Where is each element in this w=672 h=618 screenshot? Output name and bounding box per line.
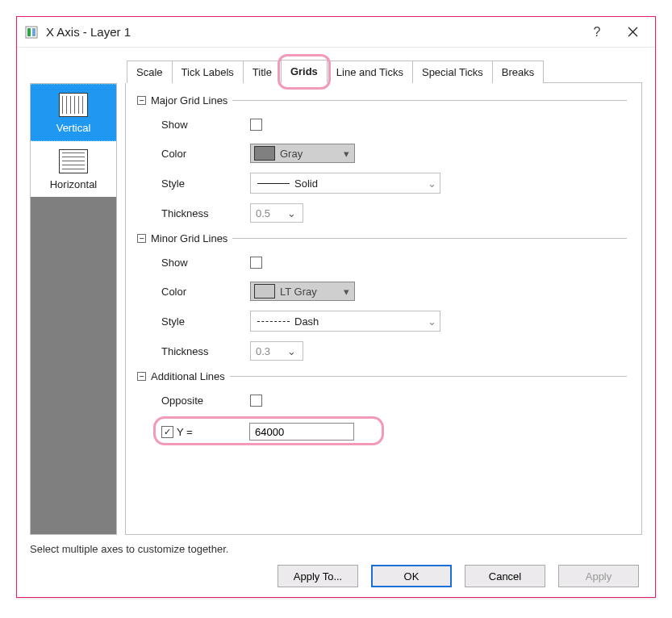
thickness-label: Thickness: [161, 345, 250, 357]
color-swatch: [254, 146, 275, 161]
group-title: Minor Grid Lines: [151, 232, 232, 244]
chevron-down-icon: ⌄: [424, 177, 440, 190]
sidebar-item-label: Horizontal: [50, 178, 98, 190]
tab-scale[interactable]: Scale: [127, 61, 173, 83]
thickness-label: Thickness: [161, 207, 250, 219]
y-equals-label: Y =: [177, 426, 249, 438]
horizontal-grid-icon: [59, 149, 88, 173]
group-minor-grid-lines: − Minor Grid Lines Show Color LT Gray: [137, 232, 627, 361]
minor-style-dropdown[interactable]: Dash ⌄: [250, 311, 440, 332]
minor-show-checkbox[interactable]: [250, 257, 262, 269]
group-title: Major Grid Lines: [151, 94, 232, 106]
close-button[interactable]: [615, 20, 650, 44]
color-name: Gray: [278, 148, 338, 160]
hint-text: Select multiple axes to customize togeth…: [30, 543, 642, 555]
y-equals-checkbox[interactable]: [161, 426, 173, 438]
collapse-toggle[interactable]: −: [137, 96, 146, 105]
help-button[interactable]: ?: [579, 20, 615, 44]
tab-tick-labels[interactable]: Tick Labels: [172, 61, 244, 83]
minor-color-dropdown[interactable]: LT Gray ▾: [250, 282, 355, 301]
tab-title[interactable]: Title: [243, 61, 282, 83]
dialog-button-row: Apply To... OK Cancel Apply: [30, 565, 642, 587]
color-label: Color: [161, 286, 250, 298]
tab-special-ticks[interactable]: Special Ticks: [412, 61, 493, 83]
chevron-down-icon: ▾: [338, 286, 354, 298]
opposite-label: Opposite: [161, 395, 250, 407]
app-icon: [25, 26, 38, 39]
vertical-grid-icon: [59, 93, 88, 117]
cancel-button[interactable]: Cancel: [465, 565, 545, 587]
tab-content: − Major Grid Lines Show Color Gray ▾: [125, 83, 642, 535]
thickness-value: 0.5: [256, 207, 283, 219]
chevron-down-icon: ⌄: [283, 345, 299, 357]
major-color-dropdown[interactable]: Gray ▾: [250, 144, 355, 163]
tab-line-and-ticks[interactable]: Line and Ticks: [327, 61, 413, 83]
style-name: Solid: [294, 177, 424, 190]
sidebar-item-horizontal[interactable]: Horizontal: [31, 141, 116, 197]
apply-button[interactable]: Apply: [558, 565, 639, 587]
dialog-window: X Axis - Layer 1 ? Scale Tick Labels Tit…: [16, 16, 656, 598]
chevron-down-icon: ⌄: [283, 207, 299, 219]
ok-button[interactable]: OK: [371, 565, 452, 587]
window-title: X Axis - Layer 1: [46, 25, 131, 39]
axis-sidebar: Vertical Horizontal: [30, 83, 117, 535]
style-name: Dash: [294, 315, 424, 328]
opposite-checkbox[interactable]: [250, 395, 262, 407]
svg-rect-1: [27, 28, 31, 36]
major-thickness-dropdown[interactable]: 0.5 ⌄: [250, 203, 303, 223]
line-style-preview: [257, 183, 290, 184]
tab-breaks[interactable]: Breaks: [492, 61, 544, 83]
apply-to-button[interactable]: Apply To...: [278, 565, 358, 587]
collapse-toggle[interactable]: −: [137, 372, 146, 381]
color-name: LT Gray: [278, 286, 338, 298]
major-style-dropdown[interactable]: Solid ⌄: [250, 173, 440, 194]
titlebar: X Axis - Layer 1 ?: [17, 17, 655, 48]
line-style-preview: [257, 321, 290, 322]
group-major-grid-lines: − Major Grid Lines Show Color Gray ▾: [137, 94, 627, 223]
group-additional-lines: − Additional Lines Opposite Y =: [137, 370, 627, 444]
color-label: Color: [161, 148, 250, 160]
tab-strip: Scale Tick Labels Title Grids Line and T…: [127, 59, 642, 83]
color-swatch: [254, 284, 275, 299]
group-title: Additional Lines: [151, 370, 230, 382]
thickness-value: 0.3: [256, 345, 283, 357]
collapse-toggle[interactable]: −: [137, 234, 146, 243]
show-label: Show: [161, 257, 250, 269]
tab-grids[interactable]: Grids: [281, 60, 328, 83]
style-label: Style: [161, 315, 250, 328]
style-label: Style: [161, 177, 250, 190]
major-show-checkbox[interactable]: [250, 119, 262, 131]
show-label: Show: [161, 119, 250, 131]
minor-thickness-dropdown[interactable]: 0.3 ⌄: [250, 341, 303, 361]
chevron-down-icon: ▾: [338, 148, 354, 160]
sidebar-item-vertical[interactable]: Vertical: [31, 84, 116, 141]
sidebar-item-label: Vertical: [56, 122, 91, 134]
svg-rect-2: [32, 28, 35, 36]
y-equals-input[interactable]: [249, 423, 354, 441]
chevron-down-icon: ⌄: [424, 315, 440, 328]
